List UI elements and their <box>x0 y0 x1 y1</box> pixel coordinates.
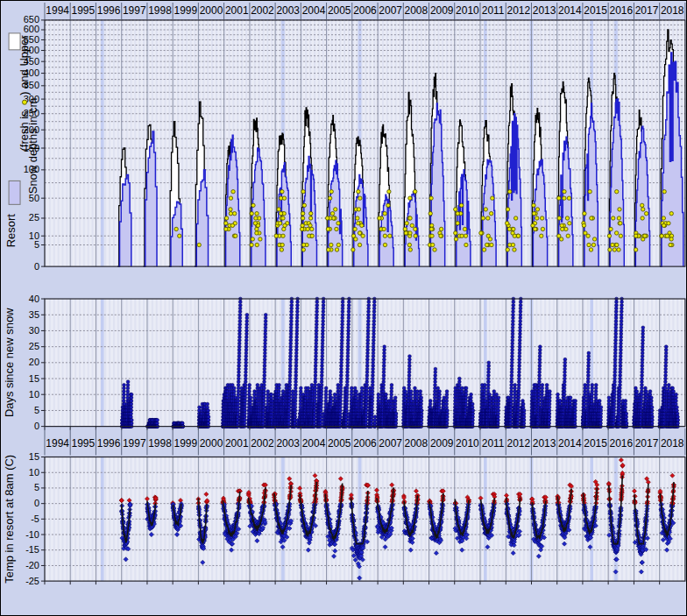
year-label-2006: 2006 <box>353 4 377 17</box>
snow-depth-tick-label: 25 <box>29 212 39 223</box>
days-since-new-snow-tick-label: 25 <box>29 341 39 351</box>
fresh-snow-dot <box>224 227 228 230</box>
fresh-snow-dot <box>281 216 285 220</box>
fresh-snow-dot <box>325 216 329 220</box>
year-label-2016: 2016 <box>609 437 633 450</box>
days-season-1999 <box>172 421 185 428</box>
fresh-snow-dot <box>540 216 543 220</box>
fresh-snow-dot <box>404 231 407 235</box>
fresh-snow-dot <box>356 216 359 220</box>
fresh-snow-dot <box>506 208 509 211</box>
fresh-snow-dot <box>429 227 433 230</box>
axis-title-resort: Resort <box>4 214 18 248</box>
year-label-2011: 2011 <box>482 4 505 17</box>
year-label-1995: 1995 <box>72 437 96 450</box>
fresh-snow-dot <box>513 248 516 251</box>
year-label-2015: 2015 <box>584 437 607 450</box>
fresh-snow-dot <box>353 227 357 230</box>
fresh-snow-dot <box>568 222 571 225</box>
days-since-new-snow-tick-label: 35 <box>29 309 39 320</box>
fresh-snow-dot <box>301 212 304 216</box>
fresh-snow-dot <box>300 227 303 230</box>
snow-depth-tick-label: 5 <box>34 239 39 250</box>
year-label-2008: 2008 <box>405 437 428 450</box>
fresh-snow-dot <box>403 227 407 230</box>
year-label-2008: 2008 <box>405 4 428 17</box>
fresh-snow-dot <box>255 227 259 230</box>
year-label-1997: 1997 <box>123 4 146 17</box>
days-since-new-snow-tick-label: 5 <box>34 405 39 415</box>
fresh-snow-dot <box>669 237 673 241</box>
temperature-tick-label: 15 <box>29 451 39 462</box>
year-label-2009: 2009 <box>430 4 454 17</box>
year-label-2012: 2012 <box>507 4 531 17</box>
temperature-tick-label: -10 <box>25 529 39 540</box>
year-label-2018: 2018 <box>661 4 684 17</box>
year-label-2011: 2011 <box>482 437 505 450</box>
fresh-snow-dot <box>255 231 259 235</box>
legend-swatch-resort <box>9 181 20 204</box>
temperature-tick-label: 5 <box>34 482 39 492</box>
fresh-snow-dot <box>336 243 340 246</box>
temperature-tick-label: 0 <box>34 498 39 508</box>
fresh-snow-dot <box>563 196 566 200</box>
fresh-snow-dot <box>330 212 334 216</box>
fresh-snow-dot <box>383 234 386 237</box>
fresh-snow-dot <box>335 227 338 230</box>
fresh-snow-dot <box>609 227 613 230</box>
fresh-snow-dot <box>565 216 569 220</box>
fresh-snow-dot <box>634 234 638 237</box>
fresh-snow-dot <box>540 234 543 237</box>
fresh-snow-dot <box>584 231 587 235</box>
fresh-snow-dot <box>250 243 253 246</box>
year-label-2003: 2003 <box>276 437 300 450</box>
axis-title-and-upper: ) and Upper <box>18 35 31 96</box>
year-label-1996: 1996 <box>97 4 121 17</box>
fresh-snow-dot <box>280 189 284 193</box>
fresh-snow-dot <box>641 216 644 220</box>
year-label-2012: 2012 <box>507 437 531 450</box>
fresh-snow-dot <box>589 248 592 251</box>
fresh-snow-dot <box>408 231 412 235</box>
fresh-snow-dot <box>281 234 285 237</box>
fresh-snow-dot <box>667 222 670 225</box>
fresh-snow-dot <box>308 223 312 227</box>
fresh-snow-dot <box>557 234 561 237</box>
fresh-snow-dot <box>490 243 493 246</box>
fresh-snow-dot <box>507 227 511 230</box>
fresh-snow-dot <box>582 223 585 227</box>
fresh-snow-dot <box>660 234 663 237</box>
fresh-snow-dot <box>224 216 228 220</box>
fresh-snow-dot <box>567 196 570 200</box>
fresh-snow-dot <box>232 212 236 216</box>
fresh-snow-dot <box>535 216 539 220</box>
fresh-snow-dot <box>618 208 621 211</box>
year-label-2010: 2010 <box>456 437 479 450</box>
fresh-snow-dot <box>608 248 612 251</box>
fresh-snow-dot <box>178 234 181 237</box>
fresh-snow-dot <box>358 196 362 200</box>
fresh-snow-dot <box>388 234 392 237</box>
fresh-snow-dot <box>429 196 433 200</box>
fresh-snow-dot <box>301 189 305 193</box>
fresh-snow-dot <box>351 248 355 251</box>
year-label-2014: 2014 <box>558 4 582 17</box>
fresh-snow-dot <box>641 208 645 211</box>
fresh-snow-dot <box>229 196 232 200</box>
fresh-snow-dot <box>407 243 411 246</box>
year-label-2004: 2004 <box>302 437 326 450</box>
fresh-snow-dot <box>328 196 331 200</box>
year-label-2013: 2013 <box>533 437 556 450</box>
fresh-snow-dot <box>335 248 338 251</box>
snow-depth-tick-label: 600 <box>24 24 39 34</box>
fresh-snow-dot <box>485 243 488 246</box>
fresh-snow-dot <box>617 216 620 220</box>
fresh-snow-dot <box>280 243 284 246</box>
fresh-snow-dot <box>302 203 306 207</box>
fresh-snow-dot <box>643 234 647 237</box>
year-label-2015: 2015 <box>584 4 607 17</box>
fresh-snow-dot <box>230 223 234 227</box>
fresh-snow-dot <box>615 243 619 246</box>
snow-history-page: 6506005505004504003503002502001501005025… <box>0 0 687 616</box>
fresh-snow-dot <box>251 237 254 241</box>
